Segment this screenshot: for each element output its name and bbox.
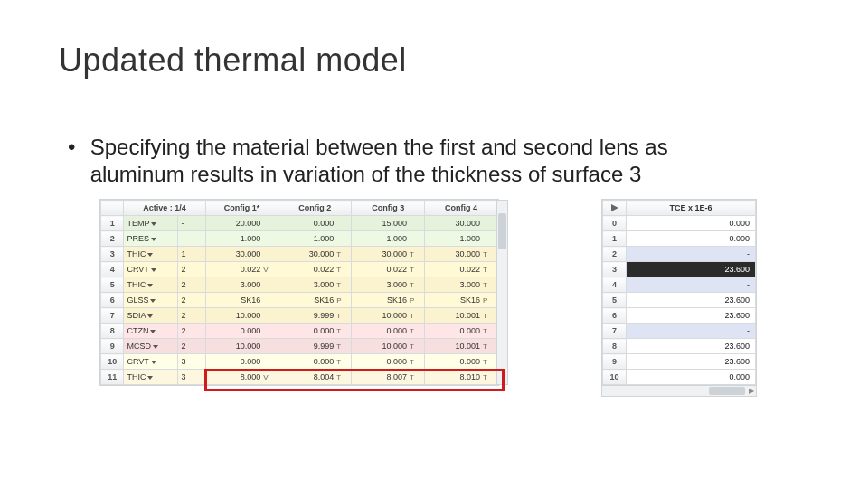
- mc-cell[interactable]: 0.022T: [278, 262, 352, 277]
- mc-row[interactable]: 7SDIA210.0009.999T10.000T10.001T: [101, 308, 498, 324]
- mc-operator[interactable]: CTZN: [124, 324, 178, 339]
- dropdown-icon[interactable]: [151, 222, 156, 226]
- multiconfig-grid[interactable]: Active : 1/4 Config 1* Config 2 Config 3…: [100, 200, 498, 385]
- mc-row[interactable]: 8CTZN20.0000.000T0.000T0.000T: [101, 324, 498, 339]
- tce-row[interactable]: 523.600: [603, 293, 756, 308]
- mc-cell[interactable]: 0.000: [205, 324, 278, 339]
- mc-row[interactable]: 11THIC38.000V8.004T8.007T8.010T: [101, 370, 498, 385]
- tce-value[interactable]: 23.600: [627, 308, 756, 324]
- tce-value[interactable]: 23.600: [627, 262, 756, 277]
- tce-row[interactable]: 4-: [603, 277, 756, 293]
- mc-surface[interactable]: 3: [178, 354, 205, 370]
- tce-row[interactable]: 10.000: [603, 231, 756, 247]
- tce-grid[interactable]: TCE x 1E-6 00.00010.0002-323.6004-523.60…: [602, 200, 756, 385]
- mc-cell[interactable]: 0.000T: [425, 354, 498, 370]
- mc-operator[interactable]: SDIA: [124, 308, 178, 324]
- mc-scrollbar[interactable]: [496, 200, 508, 385]
- mc-cell[interactable]: 0.000T: [278, 354, 352, 370]
- mc-cell[interactable]: SK16P: [278, 293, 352, 308]
- dropdown-icon[interactable]: [151, 268, 156, 272]
- mc-surface[interactable]: 3: [178, 370, 205, 385]
- mc-cell[interactable]: 10.001T: [425, 308, 498, 324]
- dropdown-icon[interactable]: [147, 253, 153, 257]
- mc-cell[interactable]: SK16: [205, 293, 278, 308]
- mc-cell[interactable]: 10.000: [205, 308, 278, 324]
- mc-header-config-4[interactable]: Config 4: [425, 201, 498, 216]
- mc-cell[interactable]: 0.000: [205, 354, 278, 370]
- mc-cell[interactable]: 0.022T: [352, 262, 425, 277]
- tce-row[interactable]: 100.000: [603, 370, 756, 385]
- mc-cell[interactable]: 30.000: [205, 247, 278, 262]
- mc-cell[interactable]: 0.022V: [205, 262, 278, 277]
- mc-row[interactable]: 2PRES-1.0001.0001.0001.000: [101, 231, 498, 247]
- mc-cell[interactable]: 20.000: [205, 216, 278, 231]
- mc-operator[interactable]: PRES: [124, 231, 178, 247]
- mc-cell[interactable]: 30.000: [425, 216, 498, 231]
- tce-row[interactable]: 2-: [603, 247, 756, 262]
- mc-row[interactable]: 10CRVT30.0000.000T0.000T0.000T: [101, 354, 498, 370]
- mc-surface[interactable]: 2: [178, 308, 205, 324]
- mc-header-config-3[interactable]: Config 3: [352, 201, 425, 216]
- tce-value[interactable]: 23.600: [627, 293, 756, 308]
- tce-row[interactable]: 823.600: [603, 339, 756, 354]
- mc-operator[interactable]: MCSD: [124, 339, 178, 354]
- mc-cell[interactable]: 30.000T: [425, 247, 498, 262]
- mc-header-active[interactable]: Active : 1/4: [124, 201, 205, 216]
- mc-row[interactable]: 6GLSS2SK16SK16PSK16PSK16P: [101, 293, 498, 308]
- mc-cell[interactable]: 0.000T: [278, 324, 352, 339]
- dropdown-icon[interactable]: [151, 238, 156, 241]
- tce-row[interactable]: 923.600: [603, 354, 756, 370]
- mc-cell[interactable]: 0.022T: [425, 262, 498, 277]
- mc-operator[interactable]: THIC: [124, 277, 178, 293]
- mc-operator[interactable]: THIC: [124, 370, 178, 385]
- mc-operator[interactable]: CRVT: [124, 262, 178, 277]
- dropdown-icon[interactable]: [153, 345, 158, 349]
- mc-cell[interactable]: 9.999T: [278, 339, 352, 354]
- dropdown-icon[interactable]: [150, 299, 156, 303]
- tce-scrollbar[interactable]: ▶: [602, 385, 756, 396]
- tce-value[interactable]: 23.600: [627, 354, 756, 370]
- mc-cell[interactable]: 10.001T: [425, 339, 498, 354]
- mc-cell[interactable]: 3.000: [205, 277, 278, 293]
- mc-header-config-2[interactable]: Config 2: [278, 201, 352, 216]
- mc-cell[interactable]: 1.000: [278, 231, 352, 247]
- mc-cell[interactable]: 0.000T: [352, 354, 425, 370]
- mc-cell[interactable]: 0.000T: [425, 324, 498, 339]
- tce-value[interactable]: 0.000: [627, 370, 756, 385]
- mc-cell[interactable]: 8.010T: [425, 370, 498, 385]
- tce-value[interactable]: -: [627, 277, 756, 293]
- mc-cell[interactable]: 10.000: [205, 339, 278, 354]
- mc-cell[interactable]: 15.000: [352, 216, 425, 231]
- tce-row[interactable]: 7-: [603, 324, 756, 339]
- mc-surface[interactable]: 2: [178, 277, 205, 293]
- mc-cell[interactable]: 3.000T: [278, 277, 352, 293]
- tce-header[interactable]: TCE x 1E-6: [627, 201, 756, 216]
- mc-cell[interactable]: 9.999T: [278, 308, 352, 324]
- mc-surface[interactable]: 2: [178, 339, 205, 354]
- mc-cell[interactable]: 3.000T: [425, 277, 498, 293]
- mc-row[interactable]: 4CRVT20.022V0.022T0.022T0.022T: [101, 262, 498, 277]
- dropdown-icon[interactable]: [147, 314, 153, 318]
- mc-cell[interactable]: 8.004T: [278, 370, 352, 385]
- mc-row[interactable]: 1TEMP-20.0000.00015.00030.000: [101, 216, 498, 231]
- tce-scroll-right-arrow[interactable]: ▶: [746, 386, 756, 396]
- mc-cell[interactable]: 1.000: [205, 231, 278, 247]
- tce-corner-icon[interactable]: [603, 201, 627, 216]
- mc-surface[interactable]: 2: [178, 262, 205, 277]
- mc-cell[interactable]: 3.000T: [352, 277, 425, 293]
- mc-operator[interactable]: GLSS: [124, 293, 178, 308]
- mc-surface[interactable]: 2: [178, 293, 205, 308]
- mc-operator[interactable]: CRVT: [124, 354, 178, 370]
- tce-value[interactable]: -: [627, 247, 756, 262]
- mc-cell[interactable]: 10.000T: [352, 308, 425, 324]
- dropdown-icon[interactable]: [147, 284, 153, 287]
- mc-row[interactable]: 3THIC130.00030.000T30.000T30.000T: [101, 247, 498, 262]
- mc-cell[interactable]: 30.000T: [352, 247, 425, 262]
- dropdown-icon[interactable]: [147, 376, 153, 380]
- mc-cell[interactable]: 8.000V: [205, 370, 278, 385]
- mc-surface[interactable]: 1: [178, 247, 205, 262]
- mc-operator[interactable]: TEMP: [124, 216, 178, 231]
- mc-cell[interactable]: 1.000: [352, 231, 425, 247]
- dropdown-icon[interactable]: [151, 361, 156, 364]
- mc-cell[interactable]: SK16P: [425, 293, 498, 308]
